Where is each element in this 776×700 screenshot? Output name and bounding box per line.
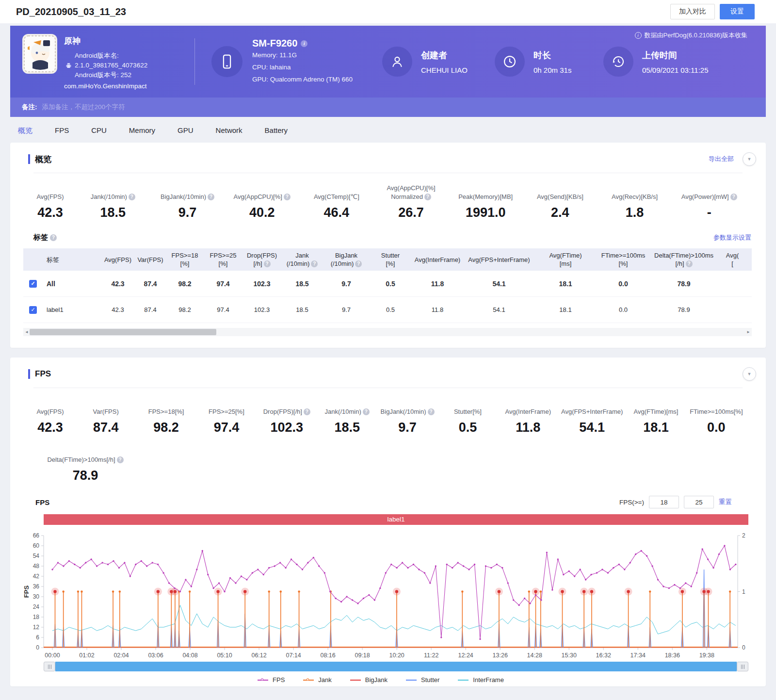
- metric-Var(FPS): Var(FPS)87.4: [76, 399, 136, 435]
- help-icon[interactable]: ?: [355, 260, 362, 267]
- report-banner: i 数据由PerfDog(6.0.210836)版本收集 原神 Android版…: [10, 26, 766, 117]
- x-tick-label: 01:02: [79, 652, 94, 659]
- fps-point: [618, 564, 620, 565]
- metric-value: 11.8: [501, 420, 555, 435]
- jank-marker: [649, 590, 651, 592]
- help-icon[interactable]: ?: [117, 456, 124, 463]
- metric-label: Stutter[%]: [440, 399, 495, 416]
- x-tick-label: 10:20: [389, 652, 404, 659]
- chart-range-scrollbar[interactable]: [44, 662, 748, 671]
- column-header-BigJank: BigJank(/10min)?: [323, 251, 370, 268]
- fps-point: [440, 636, 442, 638]
- fps-point: [535, 594, 536, 596]
- overview-collapse-button[interactable]: ▼: [743, 152, 756, 166]
- metric-label: FTime>=100ms[%]: [689, 399, 744, 416]
- fps-point: [429, 582, 431, 584]
- fps-collapse-button[interactable]: ▼: [743, 367, 756, 381]
- metric-label: Avg(CTemp)[℃]: [302, 184, 371, 201]
- help-icon[interactable]: ?: [730, 194, 737, 200]
- tab-FPS[interactable]: FPS: [55, 126, 69, 135]
- fps-point: [413, 564, 414, 565]
- row-checkbox[interactable]: ✓: [29, 306, 37, 314]
- range-handle-right[interactable]: [737, 662, 748, 671]
- legend-item-Jank[interactable]: Jank: [303, 676, 331, 684]
- table-horizontal-scrollbar[interactable]: ◄ ►: [23, 328, 752, 336]
- help-icon[interactable]: ?: [686, 260, 693, 267]
- fps-point: [357, 602, 358, 604]
- device-info-icon[interactable]: i: [301, 40, 307, 47]
- jank-marker: [77, 590, 79, 592]
- help-icon[interactable]: ?: [129, 194, 135, 200]
- help-icon[interactable]: ?: [424, 194, 431, 200]
- y-tick-label: 42: [33, 573, 40, 580]
- help-icon[interactable]: ?: [428, 408, 435, 415]
- tab-CPU[interactable]: CPU: [91, 126, 107, 135]
- legend-marker: [258, 680, 268, 681]
- cell-value: 0.0: [597, 280, 650, 288]
- creator-value: CHEHUI LIAO: [421, 66, 468, 74]
- cell-value: 0.5: [370, 306, 411, 313]
- row-checkbox[interactable]: ✓: [29, 280, 37, 288]
- fps-point: [474, 564, 475, 565]
- tab-概览[interactable]: 概览: [18, 126, 32, 135]
- fps-point: [241, 575, 242, 577]
- fps-point: [63, 565, 64, 567]
- export-all-link[interactable]: 导出全部: [709, 155, 734, 163]
- scrollbar-thumb[interactable]: [30, 329, 216, 335]
- help-icon[interactable]: ?: [264, 260, 271, 267]
- app-version: 2.1.0_3981765_4073622: [75, 61, 147, 70]
- help-icon[interactable]: ?: [304, 408, 310, 415]
- fps-point: [74, 564, 75, 565]
- metric-label: Delta(FTime)>100ms[/h]?: [28, 447, 143, 464]
- column-header-Avg(FPS+InterFrame): Avg(FPS+InterFrame): [464, 256, 534, 264]
- legend-item-FPS[interactable]: FPS: [258, 676, 285, 684]
- x-tick-label: 07:14: [286, 652, 301, 659]
- bigjank-marker: [707, 590, 710, 593]
- fps-point: [601, 569, 603, 570]
- tab-Network[interactable]: Network: [216, 126, 242, 135]
- metric-Avg(Recv)[KB/s]: Avg(Recv)[KB/s]1.8: [598, 184, 672, 220]
- help-icon[interactable]: ?: [363, 408, 370, 415]
- legend-item-InterFrame[interactable]: InterFrame: [458, 676, 504, 684]
- top-bar: PD_20210905_03_11_23 加入对比 设置: [0, 0, 776, 23]
- fps-point: [196, 569, 197, 570]
- help-icon[interactable]: ?: [50, 234, 57, 241]
- banner-main: i 数据由PerfDog(6.0.210836)版本收集 原神 Android版…: [10, 26, 766, 98]
- range-track[interactable]: [55, 662, 737, 671]
- remark-bar[interactable]: 备注: 添加备注，不超过200个字符: [10, 98, 766, 117]
- fps-point: [246, 579, 247, 580]
- jank-marker: [528, 590, 530, 592]
- tab-bar: 概览FPSCPUMemoryGPUNetworkBattery: [0, 117, 776, 143]
- fps-point: [279, 562, 281, 563]
- help-icon[interactable]: ?: [208, 194, 214, 200]
- y-tick-label: 0: [36, 644, 39, 651]
- fps-filter-min-input[interactable]: [649, 496, 679, 508]
- fps-point: [563, 574, 564, 575]
- legend-item-Stutter[interactable]: Stutter: [406, 676, 439, 684]
- metric-value: 87.4: [79, 420, 133, 435]
- settings-button[interactable]: 设置: [720, 4, 755, 19]
- scroll-left-arrow[interactable]: ◄: [25, 330, 29, 334]
- tab-GPU[interactable]: GPU: [178, 126, 194, 135]
- param-settings-link[interactable]: 参数显示设置: [713, 233, 751, 242]
- range-handle-left[interactable]: [44, 662, 55, 671]
- tab-Battery[interactable]: Battery: [265, 126, 288, 135]
- help-icon[interactable]: ?: [311, 260, 318, 267]
- fps-point: [85, 562, 86, 563]
- metric-label: Avg(Send)[KB/s]: [526, 184, 595, 201]
- fps-point: [640, 550, 642, 552]
- reset-link[interactable]: 重置: [719, 498, 732, 506]
- help-icon[interactable]: ?: [284, 194, 291, 200]
- x-tick-label: 16:32: [596, 652, 611, 659]
- fps-point: [691, 586, 692, 587]
- fps-filter-max-input[interactable]: [684, 496, 714, 508]
- fps-point: [129, 575, 131, 577]
- fps-chart[interactable]: 061218243036424854606601200:0001:0202:04…: [10, 525, 755, 660]
- tab-Memory[interactable]: Memory: [129, 126, 155, 135]
- fps-point: [118, 567, 120, 569]
- legend-item-BigJank[interactable]: BigJank: [350, 676, 388, 684]
- y-tick-label: 36: [33, 583, 40, 590]
- scroll-right-arrow[interactable]: ►: [746, 330, 750, 334]
- device-model-row: SM-F9260 i: [252, 38, 353, 49]
- add-compare-button[interactable]: 加入对比: [670, 4, 715, 19]
